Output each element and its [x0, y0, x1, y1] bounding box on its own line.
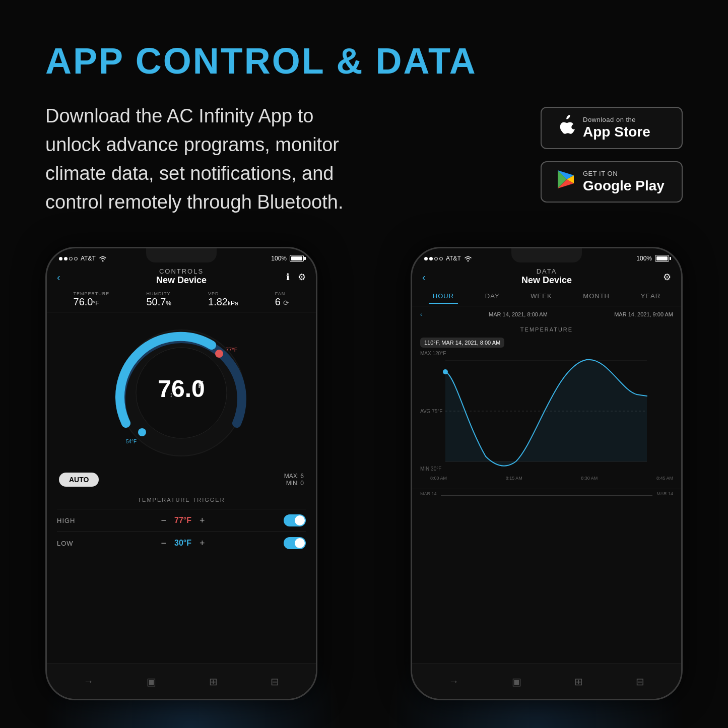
- data-dot2: [429, 257, 433, 260]
- y-max: MAX 120°F: [420, 351, 446, 356]
- controls-bottom-nav: → ▣ ⊞ ⊟: [47, 664, 316, 699]
- temperature-dial[interactable]: 76.0 °F ↕ 77°F 54°F: [111, 322, 252, 464]
- data-battery-row: 100%: [636, 255, 669, 262]
- data-dot4: [439, 257, 443, 260]
- sensor-row: TEMPERTURE 76.0°F HUMDITY 50.7% VPD: [47, 287, 316, 312]
- controls-row: AUTO MAX: 6 MIN: 0: [47, 469, 316, 491]
- fan-icon: ⟳: [283, 299, 289, 307]
- fan-label: FAN: [275, 291, 290, 296]
- data-date-nav: ‹ MAR 14, 2021, 8:00 AM MAR 14, 2021, 9:…: [412, 306, 681, 322]
- data-battery-pct: 100%: [636, 255, 652, 262]
- low-value: 30°F: [174, 539, 191, 548]
- nav-item-2[interactable]: ▣: [147, 676, 156, 688]
- data-signal-dots: [424, 257, 443, 260]
- data-nav-icon-2: ▣: [512, 676, 521, 688]
- tab-day[interactable]: DAY: [481, 289, 504, 304]
- date-start: MAR 14, 2021, 8:00 AM: [489, 311, 548, 317]
- trigger-section: TEMPERATURE TRIGGER HIGH − 77°F + LOW: [47, 491, 316, 554]
- x-label-3: 8:30 AM: [581, 476, 598, 481]
- nav-icon-4: ⊟: [271, 676, 279, 688]
- tab-month[interactable]: MONTH: [579, 289, 614, 304]
- y-axis-labels: MAX 120°F AVG 75°F MIN 30°F: [420, 351, 446, 472]
- y-min: MIN 30°F: [420, 466, 446, 472]
- controls-battery-row: 100%: [271, 255, 304, 262]
- low-toggle[interactable]: [284, 537, 306, 549]
- min-display: MIN: 0: [284, 480, 304, 487]
- data-nav-item-3[interactable]: ⊞: [574, 676, 583, 688]
- date-footer-end: MAR 14: [656, 491, 673, 500]
- date-separator: [441, 495, 653, 496]
- high-toggle[interactable]: [284, 514, 306, 526]
- fan-sensor: FAN 6 ⟳: [275, 291, 290, 308]
- data-nav-icon-1: →: [449, 676, 459, 687]
- fan-value: 6 ⟳: [275, 296, 290, 308]
- data-dot3: [434, 257, 438, 260]
- nav-icon-3: ⊞: [209, 676, 218, 688]
- data-nav-item-1[interactable]: →: [449, 676, 459, 687]
- nav-item-3[interactable]: ⊞: [209, 676, 218, 688]
- nav-item-4[interactable]: ⊟: [271, 676, 279, 688]
- data-battery-fill: [656, 256, 668, 260]
- data-nav-icon-3: ⊞: [574, 676, 583, 688]
- vpd-sensor: VPD 1.82kPa: [208, 291, 238, 308]
- google-play-text: GET IT ON Google Play: [583, 170, 665, 194]
- high-plus[interactable]: +: [200, 515, 205, 526]
- google-play-icon: [556, 169, 576, 194]
- high-minus[interactable]: −: [161, 515, 167, 526]
- tab-year[interactable]: YEAR: [637, 289, 665, 304]
- x-label-2: 8:15 AM: [506, 476, 522, 481]
- nav-icon-2: ▣: [147, 676, 156, 688]
- chart-title: TEMPERATURE: [420, 326, 673, 333]
- google-play-large: Google Play: [583, 177, 665, 194]
- temp-sensor: TEMPERTURE 76.0°F: [74, 291, 110, 308]
- date-end: MAR 14, 2021, 9:00 AM: [614, 311, 673, 317]
- tab-hour[interactable]: HOUR: [429, 289, 458, 304]
- humidity-value: 50.7%: [146, 296, 171, 308]
- temp-value: 76.0°F: [74, 296, 110, 308]
- vpd-label: VPD: [208, 291, 238, 296]
- chart-svg: [430, 351, 662, 472]
- data-tabs: HOUR DAY WEEK MONTH YEAR: [412, 287, 681, 306]
- trigger-low-label: LOW: [57, 540, 82, 547]
- apple-store-button[interactable]: Download on the App Store: [541, 107, 683, 149]
- trigger-high-row: HIGH − 77°F +: [57, 509, 306, 532]
- apple-store-small: Download on the: [583, 116, 650, 123]
- svg-text:77°F: 77°F: [226, 347, 238, 353]
- top-section: Download the AC Infinity App to unlock a…: [45, 102, 683, 217]
- battery-fill: [291, 256, 302, 260]
- data-phone-notch: [511, 248, 582, 262]
- data-dot1: [424, 257, 428, 260]
- data-phone: AT&T 4:48PM 100%: [411, 247, 683, 700]
- data-bottom-nav: → ▣ ⊞ ⊟: [412, 664, 681, 699]
- svg-text:°F: °F: [194, 380, 204, 390]
- y-avg: AVG 75°F: [420, 409, 446, 414]
- google-play-small: GET IT ON: [583, 170, 665, 177]
- chart-wrapper: MAX 120°F AVG 75°F MIN 30°F: [420, 351, 673, 474]
- trigger-title: TEMPERATURE TRIGGER: [57, 497, 306, 503]
- temp-label: TEMPERTURE: [74, 291, 110, 296]
- auto-button[interactable]: AUTO: [59, 473, 99, 487]
- data-nav-item-4[interactable]: ⊟: [636, 676, 644, 688]
- data-device-name: New Device: [412, 275, 681, 286]
- tab-week[interactable]: WEEK: [526, 289, 556, 304]
- nav-item-1[interactable]: →: [84, 676, 94, 687]
- controls-phone-screen: AT&T 4:48PM 100%: [47, 248, 316, 699]
- svg-text:↕: ↕: [170, 390, 173, 399]
- chart-dates: MAR 14 MAR 14: [412, 489, 681, 502]
- data-wifi-icon: [464, 255, 472, 261]
- svg-point-11: [467, 260, 469, 262]
- trigger-high-controls: − 77°F +: [161, 515, 205, 526]
- google-play-button[interactable]: GET IT ON Google Play: [541, 161, 683, 203]
- dot1: [59, 257, 62, 260]
- date-footer-start: MAR 14: [420, 491, 437, 500]
- low-plus[interactable]: +: [200, 538, 205, 549]
- controls-header: CONTROLS New Device: [47, 266, 316, 290]
- date-back-arrow[interactable]: ‹: [420, 311, 422, 317]
- low-minus[interactable]: −: [161, 538, 167, 549]
- svg-point-9: [138, 428, 146, 436]
- page-container: APP CONTROL & DATA Download the AC Infin…: [0, 0, 728, 728]
- trigger-low-row: LOW − 30°F +: [57, 532, 306, 554]
- data-nav-item-2[interactable]: ▣: [512, 676, 521, 688]
- dial-container: 76.0 °F ↕ 77°F 54°F: [47, 312, 316, 469]
- apple-store-text: Download on the App Store: [583, 116, 650, 141]
